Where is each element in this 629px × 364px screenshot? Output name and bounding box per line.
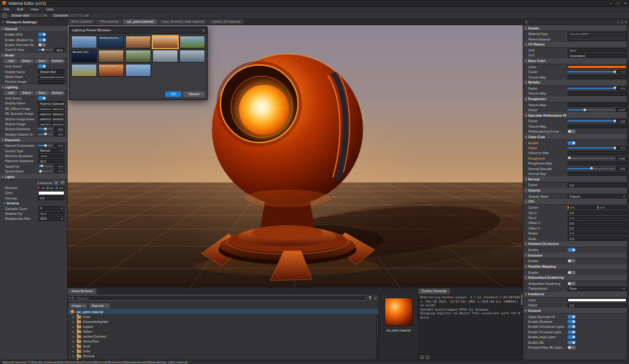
slider-value-field[interactable]: 1.0 bbox=[616, 166, 627, 171]
tree-item-iron[interactable]: ▸iron bbox=[72, 358, 378, 360]
slider-value-field[interactable]: 0.0 bbox=[54, 127, 64, 131]
toggle-switch[interactable] bbox=[38, 33, 46, 36]
ok-button[interactable]: OK bbox=[165, 91, 181, 97]
dropdown-field[interactable]: Opaque▾ bbox=[568, 195, 627, 199]
slider-value-field[interactable]: 0.37 bbox=[616, 108, 627, 112]
color-swatch[interactable] bbox=[38, 191, 64, 195]
section-header-lighting[interactable]: ▾Lighting bbox=[0, 85, 67, 91]
text-field[interactable]: 1.0 bbox=[568, 303, 627, 308]
slider-handle[interactable] bbox=[42, 48, 44, 51]
delete-element-button[interactable]: × bbox=[60, 180, 64, 185]
slider-track[interactable] bbox=[38, 171, 53, 172]
section-header-model[interactable]: ▾Model bbox=[0, 53, 67, 59]
toggle-switch[interactable] bbox=[568, 259, 576, 263]
lighting-preset-thumb-sky-clouds[interactable]: Sky Clouds bbox=[125, 64, 151, 77]
info-icon[interactable]: i bbox=[426, 355, 429, 359]
tree-item-concreteasphalt[interactable]: ▸ConcreteAsphalt bbox=[72, 319, 378, 324]
text-field[interactable] bbox=[568, 91, 627, 96]
text-field[interactable] bbox=[568, 125, 627, 129]
section-header-parallax-mapping[interactable]: ▾Parallax Mapping bbox=[523, 264, 629, 270]
slider-track[interactable] bbox=[38, 128, 53, 130]
tree-item-fabric[interactable]: ▸Fabric bbox=[72, 329, 378, 334]
toggle-switch[interactable] bbox=[568, 341, 576, 344]
filter-chip-material[interactable]: Material× bbox=[89, 303, 109, 308]
slider-track[interactable] bbox=[568, 147, 615, 149]
slider-value-field[interactable]: 60.0 bbox=[54, 48, 64, 52]
search-input[interactable] bbox=[76, 296, 364, 301]
section-header-specular-reflectance-f0[interactable]: ▾Specular Reflectance f0 bbox=[523, 112, 629, 118]
lighting-preset-thumb-goegap-sunrise[interactable]: Goegap Sunrise bbox=[125, 36, 151, 48]
toggle-switch[interactable] bbox=[568, 346, 576, 349]
section-header-emissive[interactable]: ▾Emissive bbox=[523, 252, 629, 258]
toggle-switch[interactable] bbox=[38, 96, 46, 100]
close-button[interactable]: × bbox=[624, 1, 627, 5]
save-button[interactable]: Save bbox=[35, 91, 49, 95]
lighting-preset-thumb-ninomaru-teien[interactable]: Ninomaru Teien bbox=[125, 50, 151, 63]
section-header-clear-coat[interactable]: ▾Clear Coat bbox=[523, 134, 629, 140]
text-field[interactable]: 0.0 bbox=[568, 231, 627, 236]
lighting-preset-thumb-footprint-court[interactable]: Footprint Court bbox=[179, 50, 205, 63]
text-field[interactable]: 1.0 bbox=[568, 216, 627, 220]
document-tab-tab-material[interactable]: TAb.material bbox=[96, 19, 123, 25]
slider-track[interactable] bbox=[568, 71, 615, 72]
lighting-preset-thumb-winter-forest[interactable]: Winter Forest bbox=[152, 50, 178, 63]
text-field[interactable]: palermo_iblskyboxcm_ibldiffuse bbox=[38, 107, 64, 111]
slider-value-field[interactable]: 1.0 bbox=[54, 169, 64, 174]
text-field[interactable]: shaderball.azmodel bbox=[38, 75, 64, 79]
section-header-general[interactable]: ▾General bbox=[0, 26, 67, 32]
text-field[interactable] bbox=[568, 151, 627, 155]
text-field[interactable]: 20.0 bbox=[38, 212, 64, 216]
slider-handle[interactable] bbox=[584, 109, 586, 111]
menu-view[interactable]: View bbox=[27, 7, 42, 11]
slider-handle[interactable] bbox=[568, 157, 571, 159]
document-tab-plastic-03-material[interactable]: plastic_03.material bbox=[208, 19, 244, 25]
slider-handle[interactable] bbox=[44, 128, 47, 130]
slider-handle[interactable] bbox=[39, 170, 42, 172]
section-header-normal[interactable]: ▾Normal bbox=[523, 176, 629, 182]
slider-handle[interactable] bbox=[44, 133, 47, 135]
selected-asset-row[interactable]: car_paint.material bbox=[68, 309, 378, 314]
vector-component-field[interactable]: -76.0 bbox=[38, 186, 46, 190]
slider-track[interactable] bbox=[568, 109, 615, 110]
section-header-uvs[interactable]: ▾UVs bbox=[523, 199, 629, 205]
toggle-switch[interactable] bbox=[38, 43, 46, 47]
text-field[interactable]: -16.0 bbox=[38, 154, 64, 158]
viewport-3d[interactable]: Lighting Preset Browser × A Field in Ger… bbox=[68, 25, 523, 287]
vector-component-field[interactable]: 0.5 bbox=[568, 206, 596, 210]
text-field[interactable] bbox=[568, 161, 627, 166]
slider-handle[interactable] bbox=[590, 167, 593, 169]
close-icon[interactable]: × bbox=[106, 304, 107, 308]
maximize-button[interactable]: □ bbox=[617, 1, 620, 5]
add-button[interactable]: Add bbox=[4, 59, 18, 63]
tree-scrollbar[interactable] bbox=[376, 314, 378, 360]
cancel-button[interactable]: Cancel bbox=[183, 91, 205, 97]
add-icon[interactable]: + bbox=[420, 355, 424, 359]
section-header-ambient-occlusion[interactable]: ▾Ambient Occlusion bbox=[523, 241, 629, 247]
section-header-exposure[interactable]: ▾Exposure bbox=[0, 137, 67, 143]
python-terminal-tab[interactable]: Python Terminal bbox=[418, 288, 450, 294]
text-field[interactable] bbox=[38, 80, 64, 84]
inspector-scrollbar[interactable] bbox=[627, 25, 629, 360]
dropdown-field[interactable]: Manual▾ bbox=[38, 149, 64, 153]
asset-browser-tab[interactable]: Asset Browser bbox=[68, 288, 96, 294]
toggle-switch[interactable] bbox=[568, 130, 576, 133]
slider-track[interactable] bbox=[568, 120, 615, 122]
text-field[interactable]: 16.0 bbox=[38, 159, 64, 163]
text-field[interactable]: Tiled bbox=[568, 48, 627, 53]
terminal-output[interactable]: Redirecting Python output. 3.7.12 (heads… bbox=[418, 294, 523, 354]
text-field[interactable]: 1.0 bbox=[568, 211, 627, 215]
slider-handle[interactable] bbox=[614, 120, 616, 122]
lighting-preset-thumb-sunflowers[interactable]: Sunflowers bbox=[71, 64, 97, 77]
section-header-metallic[interactable]: ▾Metallic bbox=[523, 80, 629, 86]
toggle-switch[interactable] bbox=[568, 141, 576, 145]
dock-close-icon[interactable]: × bbox=[625, 20, 627, 24]
dialog-title-bar[interactable]: Lighting Preset Browser × bbox=[69, 27, 207, 34]
refresh-button[interactable]: Refresh bbox=[50, 91, 64, 95]
vector-component-field[interactable]: 0.0 bbox=[57, 186, 64, 190]
toggle-switch[interactable] bbox=[568, 271, 576, 274]
slider-track[interactable] bbox=[38, 145, 53, 146]
material-preview-thumbnail[interactable] bbox=[385, 298, 413, 326]
lighting-preset-thumb-a-field-in-germany[interactable]: A Field in Germany bbox=[71, 36, 97, 48]
document-tab-car-paint-material[interactable]: car_paint.material bbox=[123, 19, 158, 25]
select-button[interactable]: Select bbox=[19, 59, 33, 63]
